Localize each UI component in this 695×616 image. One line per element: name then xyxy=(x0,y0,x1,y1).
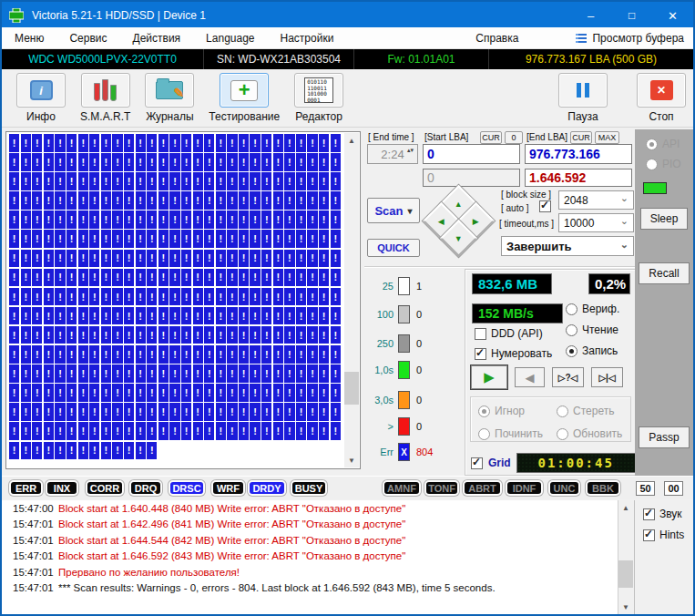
log-scroll-thumb[interactable] xyxy=(618,560,633,588)
log-scroll-up-icon[interactable] xyxy=(618,500,633,515)
defect-radio-Игнор[interactable]: Игнор xyxy=(478,404,557,418)
timeout-select[interactable]: 10000 xyxy=(558,213,634,232)
menu-item-Меню[interactable]: Меню xyxy=(2,27,56,48)
grid-checkbox[interactable] xyxy=(471,457,483,469)
maximize-button[interactable] xyxy=(611,2,652,29)
scroll-thumb[interactable] xyxy=(344,372,359,405)
scan-block: ! xyxy=(181,307,191,325)
status-flag-DRDY: DRDY xyxy=(248,480,286,496)
api-radio-circle[interactable] xyxy=(646,139,658,150)
scan-block: ! xyxy=(89,345,99,364)
scan-block: ! xyxy=(32,345,42,364)
pause-button[interactable]: Пауза xyxy=(558,73,608,123)
toolbar-test-button[interactable]: +Тестирование xyxy=(209,73,280,123)
sound-option[interactable]: Звук xyxy=(643,508,682,520)
mode-radio-Запись[interactable]: Запись xyxy=(566,344,619,357)
legend-swatch xyxy=(398,334,410,353)
sound-checkbox[interactable] xyxy=(643,508,655,520)
scan-button[interactable]: Scan xyxy=(367,198,420,223)
scan-block: ! xyxy=(158,269,169,287)
scroll-down-icon[interactable] xyxy=(344,453,359,467)
scan-block: ! xyxy=(21,230,31,248)
media-button-1[interactable]: ◀ xyxy=(515,367,545,387)
buffer-view-button[interactable]: Просмотр буфера xyxy=(576,32,684,45)
radio-circle[interactable] xyxy=(566,324,577,336)
progress-mb-display: 832,6 MB xyxy=(472,273,552,294)
scan-block: ! xyxy=(204,269,214,287)
recall-button[interactable]: Recall xyxy=(639,262,690,284)
toolbar-info-button[interactable]: iИнфо xyxy=(16,73,66,123)
menu-item-Настройки[interactable]: Настройки xyxy=(268,27,347,48)
scan-block: ! xyxy=(66,422,77,440)
sleep-button[interactable]: Sleep xyxy=(640,208,688,230)
radio-circle[interactable] xyxy=(478,406,490,417)
block-map-scrollbar[interactable] xyxy=(344,133,359,467)
scan-block: ! xyxy=(216,326,226,344)
passp-button[interactable]: Passp xyxy=(639,426,690,448)
auto-checkbox[interactable] xyxy=(539,200,551,212)
log-area: 15:47:00Block start at 1.640.448 (840 MB… xyxy=(2,500,618,614)
media-button-2[interactable]: ▷?◁ xyxy=(552,367,584,387)
scan-block: ! xyxy=(124,307,134,325)
api-radio[interactable]: API xyxy=(646,138,680,150)
scan-block: ! xyxy=(101,153,111,171)
defect-radio-Стереть[interactable]: Стереть xyxy=(557,404,633,418)
scroll-up-icon[interactable] xyxy=(344,133,359,148)
scan-block: ! xyxy=(169,269,179,287)
radio-circle[interactable] xyxy=(566,303,577,315)
end-lba-input[interactable]: 976.773.166 xyxy=(525,144,632,164)
numerate-option[interactable]: Нумеровать xyxy=(475,347,552,360)
end-lba-max-button[interactable]: MAX xyxy=(595,131,619,144)
hints-checkbox[interactable] xyxy=(643,529,655,541)
start-lba-cur-button[interactable]: CUR xyxy=(480,131,502,144)
scan-block: ! xyxy=(261,191,271,210)
defect-radio-Починить[interactable]: Починить xyxy=(478,426,557,441)
radio-circle[interactable] xyxy=(566,345,577,357)
pio-radio-circle[interactable] xyxy=(646,159,658,170)
scan-block: ! xyxy=(136,230,146,248)
mode-radio-Чтение[interactable]: Чтение xyxy=(566,323,619,336)
scan-block: ! xyxy=(89,364,99,383)
log-scroll-down-icon[interactable] xyxy=(618,600,633,614)
ddd-checkbox[interactable] xyxy=(475,328,486,340)
ddd-api-option[interactable]: DDD (API) xyxy=(475,327,543,340)
menu-item-Сервис[interactable]: Сервис xyxy=(56,27,119,48)
scan-block: ! xyxy=(101,172,111,190)
start-lba-input[interactable]: 0 xyxy=(423,144,520,164)
radio-circle[interactable] xyxy=(478,428,490,440)
end-time-spinner[interactable]: 2:24 xyxy=(367,144,418,164)
end-lba-cur-button[interactable]: CUR xyxy=(570,131,592,144)
legend-swatch xyxy=(398,391,410,409)
toolbar-logs-button[interactable]: ✎Журналы xyxy=(145,73,194,123)
scan-block: ! xyxy=(204,326,214,344)
scan-block: ! xyxy=(9,134,19,152)
radio-circle[interactable] xyxy=(557,406,568,417)
defect-radio-Обновить[interactable]: Обновить xyxy=(557,426,633,441)
scan-block: ! xyxy=(147,191,157,210)
toolbar-smart-button[interactable]: S.M.A.R.T xyxy=(80,73,130,123)
menu-item-Действия[interactable]: Действия xyxy=(120,27,194,48)
start-lba-zero-button[interactable]: 0 xyxy=(505,131,523,144)
media-button-3[interactable]: ▷|◁ xyxy=(591,367,623,387)
scan-block: ! xyxy=(9,288,19,306)
menu-item-Language[interactable]: Language xyxy=(193,27,267,48)
scan-block: ! xyxy=(284,345,294,364)
numerate-checkbox[interactable] xyxy=(475,348,486,360)
radio-circle[interactable] xyxy=(557,428,568,440)
stop-button[interactable]: ✕ Стоп xyxy=(637,73,686,123)
block-size-select[interactable]: 2048 xyxy=(558,190,634,210)
menu-item-Справка[interactable]: Справка xyxy=(463,27,531,48)
toolbar-editor-button[interactable]: 0101101100111010000001Редактор xyxy=(294,73,343,123)
pio-radio[interactable]: PIO xyxy=(646,158,681,170)
scan-block: ! xyxy=(204,172,214,190)
finish-action-select[interactable]: Завершить xyxy=(501,236,634,256)
media-button-0[interactable]: ▶ xyxy=(471,365,507,389)
minimize-button[interactable] xyxy=(570,2,611,29)
quick-button[interactable]: QUICK xyxy=(367,239,420,257)
hints-option[interactable]: Hints xyxy=(643,529,684,541)
log-scrollbar[interactable] xyxy=(618,500,633,614)
mode-radio-Вериф.[interactable]: Вериф. xyxy=(566,303,619,315)
legend-count: 0 xyxy=(416,395,422,406)
scan-block: ! xyxy=(9,384,19,402)
close-button[interactable] xyxy=(652,2,693,29)
